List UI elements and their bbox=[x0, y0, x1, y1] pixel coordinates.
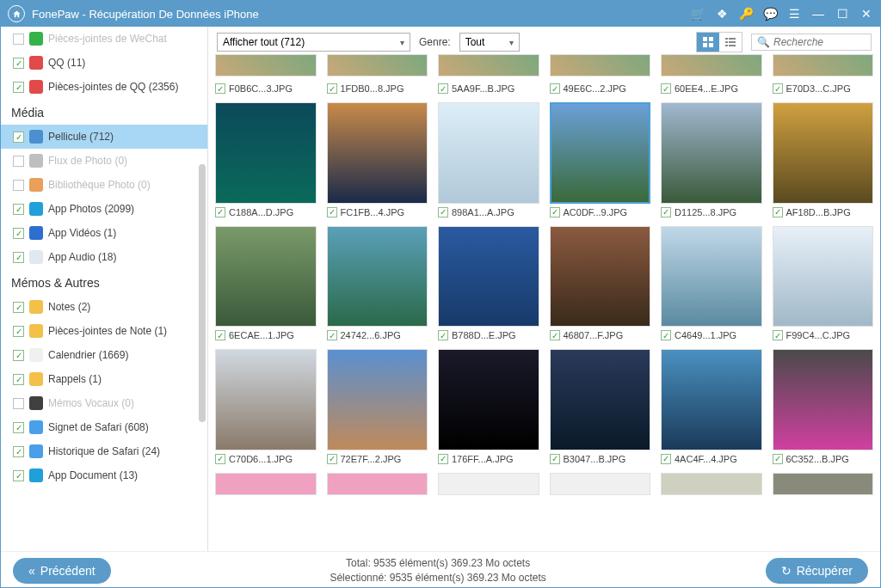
chat-icon[interactable]: 💬 bbox=[763, 7, 777, 21]
checkbox-icon[interactable]: ✓ bbox=[438, 83, 448, 94]
sidebar-item[interactable]: ✓ App Vidéos (1) bbox=[1, 221, 207, 245]
sidebar-item[interactable]: ✓ QQ (11) bbox=[1, 51, 207, 75]
thumbnail[interactable] bbox=[661, 349, 762, 450]
checkbox-icon[interactable]: ✓ bbox=[13, 470, 24, 481]
genre-dropdown[interactable]: Tout ▾ bbox=[459, 33, 520, 52]
checkbox-icon[interactable]: ✓ bbox=[438, 207, 448, 217]
thumbnail[interactable] bbox=[661, 102, 762, 204]
thumbnail[interactable] bbox=[215, 226, 317, 328]
sidebar-item[interactable]: ✓ Pièces-jointes de QQ (2356) bbox=[1, 75, 207, 99]
thumbnail-cell[interactable]: ✓4AC4F...4.JPG bbox=[661, 349, 762, 464]
checkbox-icon[interactable]: ✓ bbox=[215, 83, 225, 94]
thumbnail[interactable] bbox=[438, 54, 539, 77]
sidebar-item[interactable]: ✓ Calendrier (1669) bbox=[1, 343, 207, 367]
sidebar-item[interactable]: Mémos Vocaux (0) bbox=[1, 391, 207, 415]
thumbnail[interactable] bbox=[773, 102, 874, 204]
checkbox-icon[interactable]: ✓ bbox=[773, 454, 783, 464]
thumbnail-cell[interactable]: ✓C188A...D.JPG bbox=[215, 102, 317, 217]
checkbox-icon[interactable]: ✓ bbox=[661, 83, 671, 94]
checkbox-icon[interactable]: ✓ bbox=[438, 330, 448, 340]
thumbnail[interactable] bbox=[438, 349, 539, 450]
thumbnail-cell[interactable]: ✓C4649...1.JPG bbox=[661, 226, 762, 341]
sidebar-item[interactable]: Pièces-jointes de WeChat bbox=[1, 27, 207, 51]
checkbox-icon[interactable]: ✓ bbox=[13, 252, 24, 263]
list-view-button[interactable] bbox=[719, 33, 742, 52]
checkbox-icon[interactable]: ✓ bbox=[661, 207, 671, 217]
thumbnail[interactable] bbox=[215, 349, 317, 450]
checkbox-icon[interactable]: ✓ bbox=[13, 58, 24, 69]
checkbox-icon[interactable] bbox=[13, 398, 24, 409]
sidebar-scrollbar[interactable] bbox=[199, 164, 206, 422]
thumbnail[interactable] bbox=[550, 226, 651, 328]
thumbnail[interactable] bbox=[773, 226, 874, 328]
checkbox-icon[interactable]: ✓ bbox=[13, 422, 24, 433]
thumbnail-cell[interactable]: ✓D1125...8.JPG bbox=[661, 102, 762, 217]
thumbnail[interactable] bbox=[773, 54, 874, 77]
checkbox-icon[interactable]: ✓ bbox=[215, 454, 225, 464]
checkbox-icon[interactable]: ✓ bbox=[327, 330, 337, 340]
thumbnail-cell[interactable]: ✓C70D6...1.JPG bbox=[215, 349, 317, 464]
sidebar-item[interactable]: ✓ Pellicule (712) bbox=[1, 125, 207, 149]
help-icon[interactable]: ☰ bbox=[787, 7, 801, 21]
thumbnail[interactable] bbox=[773, 473, 874, 495]
sidebar-item[interactable]: ✓ Signet de Safari (608) bbox=[1, 415, 207, 439]
thumbnail[interactable] bbox=[550, 54, 651, 77]
thumbnail-cell[interactable]: ✓898A1...A.JPG bbox=[438, 102, 539, 217]
checkbox-icon[interactable]: ✓ bbox=[13, 228, 24, 239]
checkbox-icon[interactable]: ✓ bbox=[773, 83, 783, 94]
home-icon[interactable] bbox=[8, 5, 25, 22]
thumbnail[interactable] bbox=[661, 226, 762, 328]
checkbox-icon[interactable]: ✓ bbox=[13, 132, 24, 143]
checkbox-icon[interactable]: ✓ bbox=[661, 330, 671, 340]
sidebar-item[interactable]: ✓ Rappels (1) bbox=[1, 367, 207, 391]
maximize-icon[interactable]: ☐ bbox=[835, 7, 849, 21]
checkbox-icon[interactable]: ✓ bbox=[13, 446, 24, 457]
diamond-icon[interactable]: ❖ bbox=[715, 7, 729, 21]
checkbox-icon[interactable]: ✓ bbox=[13, 374, 24, 385]
sidebar-item[interactable]: ✓ App Photos (2099) bbox=[1, 197, 207, 221]
thumbnail[interactable] bbox=[327, 102, 428, 204]
thumbnail[interactable] bbox=[438, 226, 539, 328]
thumbnail[interactable] bbox=[215, 54, 317, 77]
checkbox-icon[interactable]: ✓ bbox=[327, 454, 337, 464]
checkbox-icon[interactable]: ✓ bbox=[773, 330, 783, 340]
search-input[interactable] bbox=[773, 36, 866, 48]
checkbox-icon[interactable] bbox=[13, 180, 24, 191]
thumbnail[interactable] bbox=[550, 102, 651, 204]
thumbnail[interactable] bbox=[550, 349, 651, 450]
checkbox-icon[interactable]: ✓ bbox=[773, 207, 783, 217]
checkbox-icon[interactable]: ✓ bbox=[438, 454, 448, 464]
thumbnail-cell[interactable]: ✓F99C4...C.JPG bbox=[773, 226, 874, 341]
thumbnail-cell[interactable]: ✓6ECAE...1.JPG bbox=[215, 226, 317, 341]
checkbox-icon[interactable]: ✓ bbox=[661, 454, 671, 464]
recover-button[interactable]: ↻ Récupérer bbox=[766, 558, 868, 584]
thumbnail-cell[interactable]: ✓176FF...A.JPG bbox=[438, 349, 539, 464]
sidebar-item[interactable]: Bibliothèque Photo (0) bbox=[1, 173, 207, 197]
sidebar-item[interactable]: ✓ Pièces-jointes de Note (1) bbox=[1, 319, 207, 343]
key-icon[interactable]: 🔑 bbox=[739, 7, 753, 21]
thumbnail[interactable] bbox=[661, 54, 762, 77]
thumbnail[interactable] bbox=[215, 102, 317, 204]
thumbnail[interactable] bbox=[661, 473, 762, 495]
thumbnail-cell[interactable]: ✓AC0DF...9.JPG bbox=[550, 102, 651, 217]
thumbnail[interactable] bbox=[327, 349, 428, 450]
thumbnail[interactable] bbox=[327, 473, 428, 495]
thumbnail-cell[interactable]: ✓72E7F...2.JPG bbox=[327, 349, 428, 464]
thumbnail[interactable] bbox=[327, 226, 428, 328]
checkbox-icon[interactable]: ✓ bbox=[327, 207, 337, 217]
checkbox-icon[interactable]: ✓ bbox=[13, 82, 24, 93]
sidebar-item[interactable]: ✓ App Audio (18) bbox=[1, 245, 207, 269]
checkbox-icon[interactable]: ✓ bbox=[215, 330, 225, 340]
thumbnail[interactable] bbox=[438, 102, 539, 204]
checkbox-icon[interactable]: ✓ bbox=[13, 204, 24, 215]
checkbox-icon[interactable]: ✓ bbox=[13, 302, 24, 313]
close-icon[interactable]: ✕ bbox=[859, 7, 873, 21]
checkbox-icon[interactable]: ✓ bbox=[550, 330, 560, 340]
back-button[interactable]: « Précédent bbox=[13, 558, 111, 584]
checkbox-icon[interactable] bbox=[13, 156, 24, 167]
search-box[interactable]: 🔍 bbox=[751, 34, 872, 51]
thumbnail[interactable] bbox=[550, 473, 651, 495]
grid-view-button[interactable] bbox=[697, 33, 719, 52]
checkbox-icon[interactable]: ✓ bbox=[327, 83, 337, 94]
checkbox-icon[interactable]: ✓ bbox=[550, 83, 560, 94]
